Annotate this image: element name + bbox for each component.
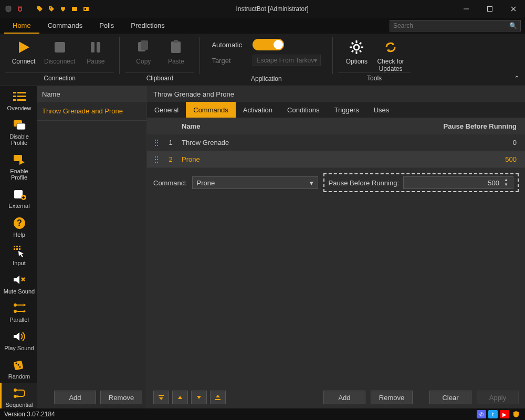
svg-line-23 bbox=[352, 50, 353, 52]
menu-commands[interactable]: Commands bbox=[39, 18, 91, 34]
version-label: Version 3.07.2184 bbox=[4, 411, 55, 418]
parallel-icon bbox=[12, 301, 27, 316]
paste-button[interactable]: Paste bbox=[162, 36, 190, 67]
svg-rect-14 bbox=[174, 40, 178, 43]
tab-uses[interactable]: Uses bbox=[366, 102, 397, 118]
sidebar-item-input[interactable]: Input bbox=[0, 241, 37, 269]
sidebar-item-disable-profile[interactable]: Disable Profile bbox=[0, 114, 37, 149]
detail-add-button[interactable]: Add bbox=[323, 391, 365, 404]
detail-panel: Throw Grenade and Prone General Commands… bbox=[147, 86, 525, 408]
move-top-button[interactable] bbox=[153, 391, 169, 404]
discord-icon[interactable]: ✆ bbox=[477, 410, 486, 418]
automatic-label: Automatic bbox=[212, 41, 247, 49]
command-select[interactable]: Prone ▾ bbox=[192, 176, 318, 189]
ribbon-collapse-button[interactable]: ⌃ bbox=[514, 75, 520, 82]
check-updates-button[interactable]: Check for Updates bbox=[375, 36, 406, 75]
maximize-button[interactable] bbox=[478, 0, 501, 18]
command-label: Command: bbox=[153, 179, 187, 187]
move-down-button[interactable] bbox=[191, 391, 207, 404]
tab-general[interactable]: General bbox=[147, 102, 186, 118]
svg-point-53 bbox=[155, 142, 156, 143]
copy-button[interactable]: Copy bbox=[129, 36, 158, 67]
sidebar-item-help[interactable]: ? Help bbox=[0, 213, 37, 241]
svg-rect-5 bbox=[487, 7, 492, 12]
sidebar-item-mute-sound[interactable]: Mute Sound bbox=[0, 269, 37, 298]
paste-icon bbox=[166, 38, 185, 57]
drag-handle-icon[interactable] bbox=[151, 139, 163, 146]
drag-handle-icon[interactable] bbox=[151, 156, 163, 163]
menu-predictions[interactable]: Predictions bbox=[122, 18, 173, 34]
detail-tabs: General Commands Activation Conditions T… bbox=[147, 102, 525, 118]
svg-point-48 bbox=[17, 364, 19, 366]
app-small-icon bbox=[511, 410, 521, 418]
pause-before-running-highlight: Pause Before Running: 500 ▲ ▼ bbox=[323, 173, 519, 192]
sidebar-item-parallel[interactable]: Parallel bbox=[0, 298, 37, 326]
menu-polls[interactable]: Polls bbox=[91, 18, 122, 34]
sidebar-item-external[interactable]: External bbox=[0, 184, 37, 212]
tab-conditions[interactable]: Conditions bbox=[280, 102, 327, 118]
sidebar-item-play-sound[interactable]: Play Sound bbox=[0, 326, 37, 354]
tab-commands[interactable]: Commands bbox=[186, 102, 235, 118]
table-row[interactable]: 1 Throw Grenade 0 bbox=[147, 134, 525, 151]
twitter-icon[interactable]: t bbox=[488, 410, 498, 418]
close-button[interactable] bbox=[501, 0, 525, 18]
tag-icon-4 bbox=[82, 5, 90, 13]
options-button[interactable]: Options bbox=[342, 36, 371, 67]
group-connection-label: Connection bbox=[44, 73, 76, 83]
svg-rect-9 bbox=[91, 42, 94, 52]
detail-actions: Add Remove Clear Apply bbox=[147, 386, 525, 408]
minimize-button[interactable] bbox=[454, 0, 478, 18]
youtube-icon[interactable]: ▶ bbox=[500, 410, 509, 418]
svg-rect-10 bbox=[97, 42, 100, 52]
disconnect-button[interactable]: Disconnect bbox=[42, 36, 77, 67]
enable-profile-icon bbox=[12, 152, 27, 167]
external-icon bbox=[12, 187, 27, 202]
sidebar-item-random[interactable]: Random bbox=[0, 354, 37, 383]
tab-activation[interactable]: Activation bbox=[236, 102, 280, 118]
svg-rect-28 bbox=[13, 99, 16, 101]
ribbon: Connect Disconnect Pause Connection Copy… bbox=[0, 34, 525, 86]
menu-home[interactable]: Home bbox=[4, 18, 39, 34]
search-icon: 🔍 bbox=[509, 22, 517, 29]
pause-button[interactable]: Pause bbox=[81, 36, 110, 67]
sidebar-item-enable-profile[interactable]: Enable Profile bbox=[0, 149, 37, 184]
group-tools-label: Tools bbox=[367, 73, 382, 83]
spacer bbox=[27, 5, 33, 13]
svg-point-54 bbox=[157, 142, 158, 143]
tab-triggers[interactable]: Triggers bbox=[327, 102, 366, 118]
disable-profile-icon bbox=[12, 118, 27, 132]
svg-point-49 bbox=[14, 388, 17, 392]
svg-point-52 bbox=[157, 140, 158, 141]
svg-rect-29 bbox=[17, 99, 26, 101]
app-icon-shield bbox=[4, 5, 13, 13]
detail-clear-button[interactable]: Clear bbox=[429, 391, 471, 404]
group-application-label: Application bbox=[251, 74, 282, 84]
spin-down-button[interactable]: ▼ bbox=[502, 183, 510, 187]
target-select[interactable]: Escape From Tarkov ▾ bbox=[253, 55, 321, 66]
sidebar-item-sequential[interactable]: Sequential bbox=[0, 383, 37, 408]
search-box[interactable]: 🔍 bbox=[390, 20, 521, 32]
svg-rect-1 bbox=[72, 7, 77, 11]
plug-icon bbox=[16, 5, 24, 13]
search-input[interactable] bbox=[393, 22, 509, 29]
svg-rect-42 bbox=[19, 248, 20, 250]
list-item[interactable]: Throw Grenade and Prone bbox=[37, 102, 146, 121]
detail-apply-button[interactable]: Apply bbox=[477, 391, 519, 404]
move-up-button[interactable] bbox=[172, 391, 188, 404]
detail-remove-button[interactable]: Remove bbox=[371, 391, 413, 404]
heart-icon bbox=[59, 5, 67, 13]
list-remove-button[interactable]: Remove bbox=[100, 391, 142, 404]
gear-icon bbox=[347, 38, 366, 57]
pause-input[interactable]: 500 ▲ ▼ bbox=[403, 176, 513, 189]
sidebar-item-overview[interactable]: Overview bbox=[0, 86, 37, 114]
connect-button[interactable]: Connect bbox=[9, 36, 38, 67]
svg-point-44 bbox=[14, 310, 17, 313]
detail-title: Throw Grenade and Prone bbox=[147, 86, 525, 102]
table-row[interactable]: 2 Prone 500 bbox=[147, 151, 525, 168]
svg-line-20 bbox=[352, 43, 353, 44]
list-add-button[interactable]: Add bbox=[54, 391, 96, 404]
list-header: Name bbox=[37, 86, 146, 102]
move-bottom-button[interactable] bbox=[210, 391, 226, 404]
svg-rect-41 bbox=[16, 248, 18, 250]
automatic-toggle[interactable] bbox=[253, 39, 284, 50]
